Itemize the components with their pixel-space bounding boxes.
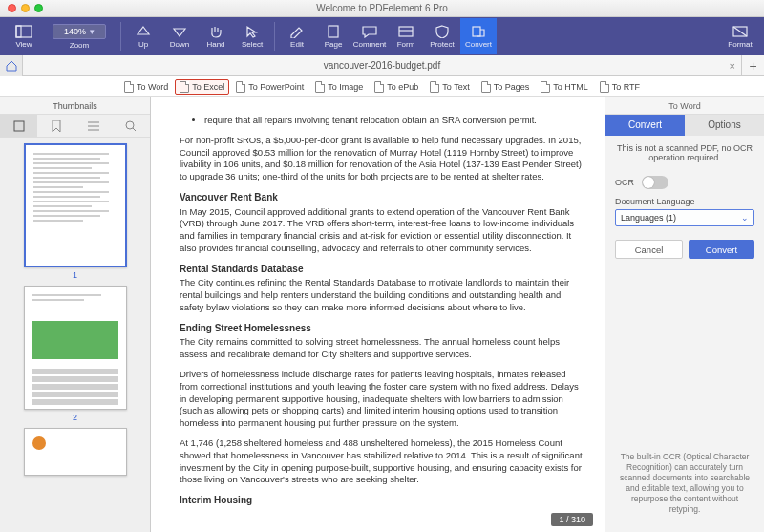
document-content: require that all repairs involving tenan… [180,115,584,507]
new-tab-button[interactable]: + [741,55,764,76]
to-excel-button[interactable]: To Excel [175,79,229,95]
protect-tool[interactable]: Protect [424,18,460,54]
window-titlebar: Welcome to PDFelement 6 Pro [0,0,764,17]
form-tool[interactable]: Form [388,18,424,54]
thumbnail-page-1[interactable]: 1 [24,143,127,280]
convert-panel-title: To Word [605,97,764,115]
cancel-button[interactable]: Cancel [615,240,683,259]
svg-line-7 [733,27,747,36]
thumbnail-page-3[interactable] [24,428,127,476]
to-text-button[interactable]: To Text [425,79,474,95]
zoom-tool[interactable]: 140%▾Zoom [46,24,113,50]
svg-rect-8 [14,121,24,131]
comment-tool[interactable]: Comment [351,18,388,54]
close-tab-icon[interactable]: × [730,60,735,72]
chevron-down-icon: ⌄ [741,213,749,223]
ocr-message: This is not a scanned PDF, no OCR operat… [615,143,754,162]
language-label: Document Language [615,197,754,206]
page-indicator[interactable]: 1 / 310 [551,513,593,526]
hand-tool[interactable]: Hand [198,18,234,54]
home-tab[interactable] [0,55,23,76]
to-image-button[interactable]: To Image [310,79,368,95]
convert-tool[interactable]: Convert [460,18,497,54]
convert-panel: To Word Convert Options This is not a sc… [605,97,764,532]
page-up-tool[interactable]: Up [125,18,161,54]
convert-tab[interactable]: Convert [605,115,685,136]
ocr-label: OCR [615,178,634,187]
svg-point-12 [126,121,134,129]
convert-button[interactable]: Convert [689,240,754,259]
ocr-toggle[interactable] [642,176,668,189]
page-tool[interactable]: Page [315,18,351,54]
sidebar-tabs [0,115,150,138]
options-tab[interactable]: Options [685,115,764,136]
thumbnails-sidebar: Thumbnails 1 2 [0,97,151,532]
to-html-button[interactable]: To HTML [536,79,593,95]
main-toolbar: View 140%▾Zoom Up Down Hand Select Edit … [0,17,764,55]
thumbnail-page-2[interactable]: 2 [24,286,127,422]
format-tool[interactable]: Format [722,18,758,54]
svg-rect-1 [16,26,21,37]
ocr-footnote: The built-in OCR (Optical Character Reco… [615,446,754,524]
to-word-button[interactable]: To Word [119,79,173,95]
svg-line-13 [133,128,136,131]
document-viewport[interactable]: require that all repairs involving tenan… [151,97,605,532]
document-tabbar: vancouver-2016-budget.pdf× + [0,55,764,76]
thumbnails-tab[interactable] [0,115,37,137]
view-tool[interactable]: View [6,18,42,54]
to-epub-button[interactable]: To ePub [370,79,423,95]
edit-tool[interactable]: Edit [279,18,315,54]
to-powerpoint-button[interactable]: To PowerPoint [231,79,308,95]
language-select[interactable]: Languages (1)⌄ [615,209,754,226]
outline-tab[interactable] [75,115,113,137]
to-pages-button[interactable]: To Pages [477,79,535,95]
window-title: Welcome to PDFelement 6 Pro [0,3,764,13]
svg-rect-3 [399,27,413,36]
search-tab[interactable] [113,115,150,137]
convert-target-bar: To Word To Excel To PowerPoint To Image … [0,76,764,97]
svg-rect-0 [16,26,32,37]
sidebar-title: Thumbnails [0,97,150,115]
bookmarks-tab[interactable] [37,115,74,137]
svg-rect-2 [329,26,338,37]
svg-rect-5 [473,27,480,36]
select-tool[interactable]: Select [234,18,270,54]
page-down-tool[interactable]: Down [161,18,198,54]
to-rtf-button[interactable]: To RTF [595,79,645,95]
document-tab[interactable]: vancouver-2016-budget.pdf× [23,55,741,76]
